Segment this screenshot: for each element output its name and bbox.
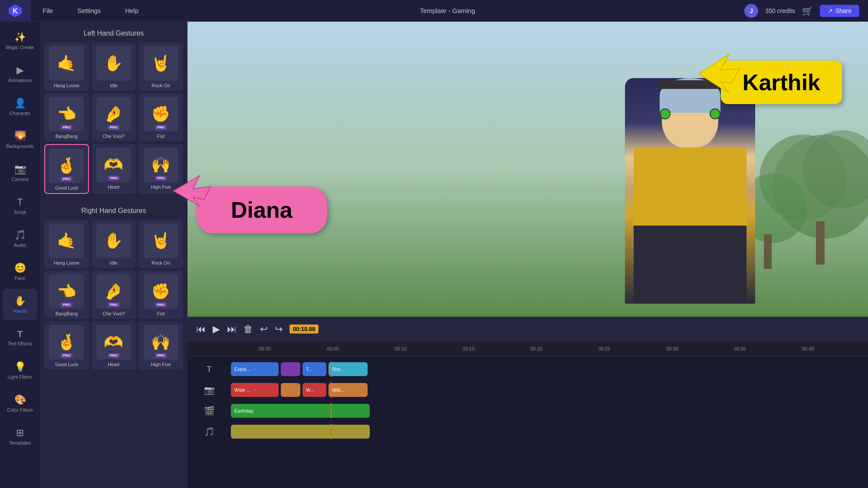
sidebar-item-audio[interactable]: 🎵 Audio <box>3 223 37 254</box>
gesture-rock-on-left[interactable]: 🤘 Rock On <box>138 43 183 91</box>
gesture-good-luck-right[interactable]: 🤞 PRO Good Luck <box>44 321 89 370</box>
clip-camera-2[interactable] <box>281 383 300 397</box>
diana-bubble[interactable]: Diana <box>196 187 327 233</box>
track-audio: 🎵 <box>187 422 868 441</box>
text-effects-icon: T <box>17 329 23 339</box>
face-icon: 😊 <box>14 262 26 274</box>
clip-text-2[interactable] <box>281 362 300 376</box>
gesture-label: Rock On <box>151 260 170 265</box>
track-scene-content[interactable]: Earthday <box>231 403 868 419</box>
sidebar-item-templates[interactable]: ⊞ Templates <box>3 421 37 452</box>
clip-text-3[interactable]: T... <box>302 362 326 376</box>
ruler-mark-0: 00:00 <box>231 346 299 351</box>
clip-camera-4[interactable]: Wid... <box>329 383 368 397</box>
main-canvas: Karthik Diana <box>187 22 868 317</box>
clip-text-4[interactable]: Sho... <box>329 362 368 376</box>
diana-label: Diana <box>231 197 293 223</box>
gesture-bangbang-left[interactable]: 👈 PRO BangBang <box>44 93 89 141</box>
track-camera-icon: 📷 <box>187 385 231 395</box>
track-camera-content[interactable]: Wide ... ··· W... Wid... <box>231 382 868 398</box>
gesture-idle-right[interactable]: ✋ Idle <box>92 220 136 268</box>
gesture-label: Che Vuoi? <box>103 134 125 139</box>
gesture-heart-right[interactable]: 🫶 PRO Heart <box>92 321 136 370</box>
gesture-label: Idle <box>110 260 118 265</box>
gesture-bangbang-right[interactable]: 👈 PRO BangBang <box>44 271 89 319</box>
gesture-idle-left[interactable]: ✋ Idle <box>92 43 136 91</box>
sidebar-item-script[interactable]: T Script <box>3 190 37 221</box>
audio-icon: 🎵 <box>14 229 26 241</box>
gesture-che-vuoi-right[interactable]: 🤌 PRO Che Vuoi? <box>92 271 136 319</box>
gesture-label: Good Luck <box>55 362 78 367</box>
gesture-heart-left[interactable]: 🫶 PRO Heart <box>92 144 136 194</box>
backgrounds-icon: 🌄 <box>14 131 26 142</box>
project-title: Template - Gaming <box>420 7 475 14</box>
gesture-label: Hang Loose <box>54 260 79 265</box>
nav-menu: File Settings Help <box>30 0 151 22</box>
nav-settings[interactable]: Settings <box>65 0 113 22</box>
nav-help[interactable]: Help <box>113 0 151 22</box>
nav-file[interactable]: File <box>30 0 65 22</box>
svg-text:K: K <box>13 7 18 15</box>
left-gestures-grid: 🤙 Hang Loose ✋ Idle 🤘 Rock On 👈 PRO Bang… <box>40 43 187 199</box>
sidebar-item-hands[interactable]: ✋ Hands <box>3 289 37 320</box>
delete-button[interactable]: 🗑 <box>243 324 253 335</box>
gesture-hang-loose-left[interactable]: 🤙 Hang Loose <box>44 43 89 91</box>
sidebar-item-light-filters[interactable]: 💡 Light Filters <box>3 355 37 386</box>
gesture-thumb: 🤙 <box>49 223 84 258</box>
gesture-thumb: ✋ <box>96 223 131 258</box>
sidebar-item-camera[interactable]: 📷 Camera <box>3 157 37 188</box>
gesture-thumb: 🫶 PRO <box>96 147 131 182</box>
skip-back-button[interactable]: ⏮ <box>196 324 206 335</box>
ruler-mark-4: 00:20 <box>503 346 570 351</box>
play-button[interactable]: ▶ <box>213 324 220 335</box>
gesture-che-vuoi-left[interactable]: 🤌 PRO Che Vuoi? <box>92 93 136 141</box>
sidebar-item-magic-create[interactable]: ✨ Magic Create <box>3 25 37 56</box>
clip-audio-1[interactable] <box>231 425 370 439</box>
gesture-label: High Five <box>151 362 171 367</box>
gesture-hang-loose-right[interactable]: 🤙 Hang Loose <box>44 220 89 268</box>
gestures-panel: Left Hand Gestures 🤙 Hang Loose ✋ Idle 🤘… <box>40 22 187 488</box>
ruler-mark-1: 00:05 <box>299 346 366 351</box>
user-avatar[interactable]: J <box>744 4 758 18</box>
clip-text-1[interactable]: Expla... ··· <box>231 362 279 376</box>
gesture-fist-right[interactable]: ✊ PRO Fist <box>138 271 183 319</box>
track-text-content[interactable]: Expla... ··· T... Sho... <box>231 361 868 377</box>
gesture-thumb: 🤘 <box>144 46 178 81</box>
cart-icon[interactable]: 🛒 <box>802 6 813 16</box>
clip-camera-3[interactable]: W... <box>302 383 326 397</box>
hands-icon: ✋ <box>14 295 26 307</box>
gesture-high-five-right[interactable]: 🙌 PRO High Five <box>138 321 183 370</box>
svg-marker-2 <box>174 176 210 206</box>
gesture-thumb: 🫶 PRO <box>96 325 131 360</box>
timeline-controls: ⏮ ▶ ⏭ 🗑 ↩ ↪ 00:10.88 <box>187 318 868 341</box>
undo-button[interactable]: ↩ <box>260 324 268 335</box>
left-sidebar: ✨ Magic Create ▶ Animations 👤 Character … <box>0 22 40 488</box>
sidebar-item-face[interactable]: 😊 Face <box>3 256 37 287</box>
share-button[interactable]: ↗ Share <box>820 5 859 17</box>
ruler-mark-5: 00:25 <box>570 346 638 351</box>
sidebar-item-backgrounds[interactable]: 🌄 Backgrounds <box>3 124 37 155</box>
app-logo[interactable]: K <box>0 0 30 22</box>
gesture-thumb: 🤞 PRO <box>49 325 84 360</box>
gesture-label: Good Luck <box>55 185 78 190</box>
track-scene: 🎬 Earthday <box>187 402 868 420</box>
gesture-label: Rock On <box>151 83 170 88</box>
ruler-mark-3: 00:15 <box>434 346 502 351</box>
ruler-mark-6: 00:30 <box>638 346 706 351</box>
gesture-rock-on-right[interactable]: 🤘 Rock On <box>138 220 183 268</box>
gesture-label: Heart <box>108 184 120 190</box>
sidebar-item-animations[interactable]: ▶ Animations <box>3 58 37 89</box>
sidebar-item-text-effects[interactable]: T Text Effects <box>3 322 37 353</box>
sidebar-item-color-filters[interactable]: 🎨 Color Filters <box>3 388 37 419</box>
magic-create-icon: ✨ <box>14 32 26 43</box>
gesture-good-luck-left[interactable]: 🤞 PRO Good Luck <box>44 144 89 194</box>
clip-camera-1[interactable]: Wide ... ··· <box>231 383 279 397</box>
clip-scene-earthday[interactable]: Earthday <box>231 404 370 418</box>
redo-button[interactable]: ↪ <box>275 324 283 335</box>
gesture-fist-left[interactable]: ✊ PRO Fist <box>138 93 183 141</box>
skip-forward-button[interactable]: ⏭ <box>227 324 237 335</box>
sidebar-item-character[interactable]: 👤 Character <box>3 91 37 122</box>
track-audio-icon: 🎵 <box>187 426 231 437</box>
gesture-thumb: ✊ PRO <box>144 274 178 309</box>
track-audio-content[interactable] <box>231 424 868 439</box>
